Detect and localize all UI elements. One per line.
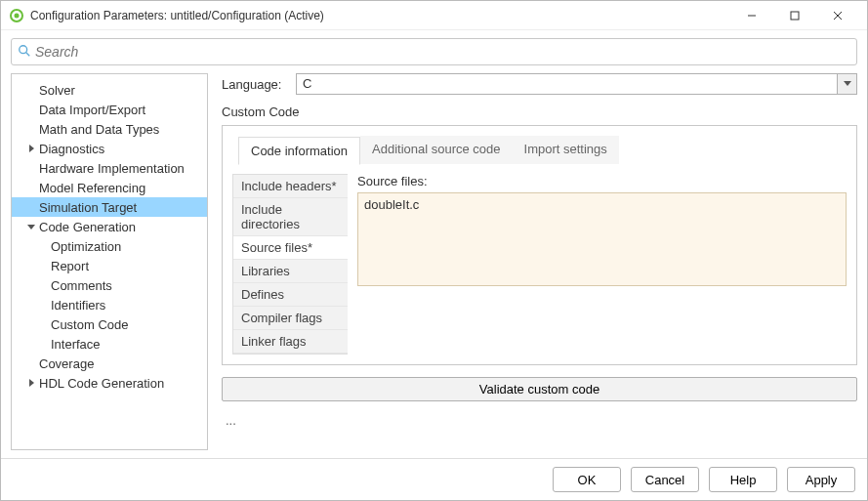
tree-item-custom-code[interactable]: Custom Code bbox=[12, 314, 207, 334]
close-button[interactable] bbox=[816, 2, 859, 29]
tree-item-interface[interactable]: Interface bbox=[12, 334, 207, 354]
tab-code-information[interactable]: Code information bbox=[238, 137, 360, 165]
tree-item-label: Report bbox=[51, 259, 89, 273]
tree-item-model-referencing[interactable]: Model Referencing bbox=[12, 178, 207, 197]
subtab-libraries[interactable]: Libraries bbox=[233, 260, 348, 283]
tree-item-label: Custom Code bbox=[51, 317, 128, 332]
tree-item-label: Simulation Target bbox=[39, 200, 137, 215]
subtab-linker-flags[interactable]: Linker flags bbox=[233, 330, 348, 354]
tree-item-label: Coverage bbox=[39, 356, 94, 371]
tree-item-label: Solver bbox=[39, 83, 75, 98]
ok-button[interactable]: OK bbox=[553, 467, 621, 492]
titlebar: Configuration Parameters: untitled/Confi… bbox=[1, 1, 867, 30]
svg-point-1 bbox=[15, 13, 20, 18]
chevron-down-icon[interactable] bbox=[837, 74, 856, 94]
tree-item-label: Optimization bbox=[51, 239, 121, 254]
tree-item-label: Diagnostics bbox=[39, 142, 104, 156]
language-select[interactable]: C bbox=[296, 73, 857, 95]
tab-import-settings[interactable]: Import settings bbox=[513, 136, 619, 164]
validate-custom-code-button[interactable]: Validate custom code bbox=[222, 377, 857, 401]
tree-item-math-and-data-types[interactable]: Math and Data Types bbox=[12, 119, 207, 139]
tree-item-hdl-code-generation[interactable]: HDL Code Generation bbox=[12, 373, 207, 393]
tree-item-label: Code Generation bbox=[39, 220, 136, 234]
more-indicator: ... bbox=[222, 413, 857, 428]
tree-item-coverage[interactable]: Coverage bbox=[12, 354, 207, 373]
tree-item-solver[interactable]: Solver bbox=[12, 80, 207, 100]
tree-item-label: HDL Code Generation bbox=[39, 376, 164, 391]
tree-item-simulation-target[interactable]: Simulation Target bbox=[12, 197, 207, 217]
tree-item-label: Identifiers bbox=[51, 298, 105, 313]
tree-item-label: Interface bbox=[51, 337, 101, 352]
tree-item-optimization[interactable]: Optimization bbox=[12, 236, 207, 256]
tree-item-code-generation[interactable]: Code Generation bbox=[12, 217, 207, 236]
tree-item-comments[interactable]: Comments bbox=[12, 275, 207, 295]
tree-item-label: Math and Data Types bbox=[39, 122, 159, 137]
language-value: C bbox=[297, 74, 837, 94]
custom-code-box: Code informationAdditional source codeIm… bbox=[222, 125, 857, 365]
custom-code-label: Custom Code bbox=[222, 104, 857, 119]
tree-item-report[interactable]: Report bbox=[12, 256, 207, 275]
subtab-compiler-flags[interactable]: Compiler flags bbox=[233, 307, 348, 330]
svg-line-7 bbox=[26, 52, 30, 56]
help-button[interactable]: Help bbox=[709, 467, 777, 492]
tree-item-label: Comments bbox=[51, 278, 112, 293]
app-icon bbox=[9, 8, 24, 23]
maximize-button[interactable] bbox=[773, 2, 816, 29]
svg-point-6 bbox=[20, 45, 27, 53]
cancel-button[interactable]: Cancel bbox=[631, 467, 699, 492]
source-files-textarea[interactable] bbox=[357, 192, 847, 286]
subtab-defines[interactable]: Defines bbox=[233, 283, 348, 307]
tree-item-label: Data Import/Export bbox=[39, 103, 145, 117]
window-title: Configuration Parameters: untitled/Confi… bbox=[30, 9, 730, 22]
svg-rect-3 bbox=[791, 12, 799, 20]
category-tree: SolverData Import/ExportMath and Data Ty… bbox=[11, 73, 208, 450]
source-files-label: Source files: bbox=[357, 174, 847, 188]
dialog-footer: OK Cancel Help Apply bbox=[1, 458, 867, 500]
search-icon bbox=[18, 44, 35, 61]
tree-item-diagnostics[interactable]: Diagnostics bbox=[12, 139, 207, 158]
subtab-include-headers[interactable]: Include headers* bbox=[233, 175, 348, 198]
search-box[interactable] bbox=[11, 38, 857, 65]
tab-additional-source-code[interactable]: Additional source code bbox=[360, 136, 513, 164]
minimize-button[interactable] bbox=[730, 2, 773, 29]
search-input[interactable] bbox=[35, 44, 850, 60]
language-label: Language: bbox=[222, 77, 296, 92]
subtab-source-files[interactable]: Source files* bbox=[233, 236, 348, 260]
tree-item-label: Model Referencing bbox=[39, 181, 145, 195]
tree-item-data-import-export[interactable]: Data Import/Export bbox=[12, 100, 207, 119]
tree-item-label: Hardware Implementation bbox=[39, 161, 185, 176]
apply-button[interactable]: Apply bbox=[787, 467, 855, 492]
tree-item-identifiers[interactable]: Identifiers bbox=[12, 295, 207, 314]
tree-item-hardware-implementation[interactable]: Hardware Implementation bbox=[12, 158, 207, 178]
subtab-include-directories[interactable]: Include directories bbox=[233, 198, 348, 236]
